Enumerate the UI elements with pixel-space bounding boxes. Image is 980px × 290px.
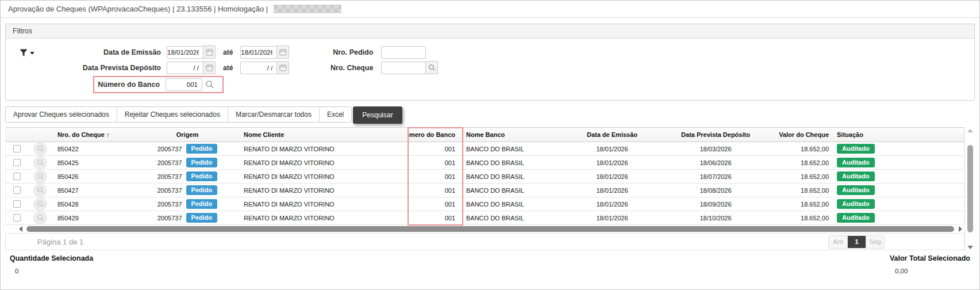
excel-button[interactable]: Excel [319, 107, 351, 122]
cell-numero-banco: 001 [408, 211, 463, 224]
prev-page-button[interactable]: Ant [829, 236, 847, 248]
cell-nro-cheque: 850425 [53, 156, 138, 169]
row-checkbox[interactable] [13, 159, 21, 166]
data-emissao-from-input[interactable] [167, 46, 203, 59]
nro-cheque-input[interactable] [381, 62, 426, 74]
row-checkbox[interactable] [13, 145, 21, 152]
scroll-left-arrow[interactable] [19, 226, 22, 232]
header-data-emissao[interactable]: Data de Emissão [552, 128, 672, 142]
nro-pedido-input[interactable] [381, 46, 426, 59]
table-body: 850422 2005737 Pedido RENATO DI MARZO VI… [6, 142, 964, 225]
cell-data-prevista: 18/06/2026 [672, 156, 759, 169]
quantidade-selecionada-label: Quantidade Selecionada [10, 254, 93, 262]
cell-nome-banco: BANCO DO BRASIL [463, 211, 552, 224]
cell-numero-banco: 001 [408, 142, 463, 155]
valor-total-value: 0,00 [895, 268, 970, 274]
cell-numero-banco: 001 [408, 197, 463, 211]
nro-cheque-search-button[interactable] [425, 61, 438, 74]
vertical-scrollbar [964, 127, 975, 250]
row-checkbox[interactable] [13, 186, 21, 194]
search-icon [37, 173, 44, 180]
next-page-button[interactable]: Seg [866, 236, 884, 248]
aprovar-cheques-button[interactable]: Aprovar Cheques selecionados [6, 107, 117, 122]
search-icon [37, 200, 44, 208]
cell-nome-banco: BANCO DO BRASIL [463, 170, 552, 183]
page-1-button[interactable]: 1 [847, 236, 866, 248]
page-indicator: Página 1 de 1 [37, 238, 83, 246]
cell-data-emissao: 18/01/2026 [552, 156, 672, 169]
pedido-badge: Pedido [186, 213, 218, 223]
cell-data-emissao: 18/01/2026 [552, 211, 672, 224]
row-checkbox[interactable] [13, 200, 21, 208]
cell-nome-banco: BANCO DO BRASIL [463, 156, 552, 169]
cell-nome-cliente: RENATO DI MARZO VITORINO [237, 142, 408, 155]
filter-funnel-icon[interactable] [20, 49, 40, 57]
auditado-badge: Auditado [837, 199, 875, 209]
horizontal-scrollbar-thumb[interactable] [26, 226, 954, 232]
header-nro-cheque[interactable]: Nro. do Cheque↑ [53, 128, 138, 142]
header-nome-banco[interactable]: Nome Banco [463, 128, 552, 142]
header-data-prevista[interactable]: Data Prevista Depósito [672, 128, 759, 142]
header-nome-cliente[interactable]: Nome Cliente [237, 128, 408, 142]
cell-nome-banco: BANCO DO BRASIL [463, 197, 552, 211]
numero-banco-input[interactable] [166, 78, 202, 91]
cell-nome-banco: BANCO DO BRASIL [463, 184, 552, 197]
redacted-text [274, 5, 341, 13]
cell-valor-cheque: 18.652,00 [759, 142, 833, 155]
scroll-right-arrow[interactable] [959, 226, 962, 232]
row-magnifier-button[interactable] [33, 142, 47, 155]
row-magnifier-button[interactable] [33, 184, 47, 197]
data-emissao-to-calendar-button[interactable] [276, 45, 289, 59]
numero-banco-search-button[interactable] [205, 80, 214, 89]
cell-data-emissao: 18/01/2026 [552, 170, 672, 183]
scroll-up-arrow[interactable] [967, 129, 973, 132]
data-emissao-label: Data de Emissão [40, 48, 161, 56]
calendar-icon [279, 48, 287, 56]
row-magnifier-button[interactable] [33, 156, 47, 169]
table-row: 850429 2005737 Pedido RENATO DI MARZO VI… [6, 211, 964, 225]
data-prevista-from-calendar-button[interactable] [203, 61, 216, 74]
search-icon [37, 145, 44, 152]
row-checkbox[interactable] [13, 173, 21, 180]
pesquisar-button[interactable]: Pesquisar [353, 106, 402, 124]
auditado-badge: Auditado [837, 144, 875, 154]
cell-valor-cheque: 18.652,00 [759, 156, 833, 169]
cell-nro-cheque: 850426 [53, 170, 138, 183]
row-checkbox[interactable] [13, 214, 21, 222]
filters-body: Data de Emissão até Nro. Pedido [6, 39, 974, 100]
cell-nro-cheque: 850429 [53, 211, 138, 224]
cell-origem: 2005737 [157, 187, 182, 194]
row-magnifier-button[interactable] [33, 211, 47, 224]
filters-panel: Filtros Data de Emissão até [5, 24, 975, 101]
header-numero-banco[interactable]: Número do Banco [408, 128, 463, 142]
data-emissao-from-calendar-button[interactable] [203, 45, 216, 59]
header-origem[interactable]: Origem [138, 128, 237, 142]
table-row: 850425 2005737 Pedido RENATO DI MARZO VI… [6, 156, 964, 170]
marcar-desmarcar-button[interactable]: Marcar/Desmarcar todos [228, 107, 319, 122]
header-valor-cheque[interactable]: Valor do Cheque [759, 128, 833, 142]
nro-pedido-label: Nro. Pedido [301, 48, 373, 56]
rejeitar-cheques-button[interactable]: Rejeitar Cheques selecionados [117, 107, 228, 122]
header-situacao[interactable]: Situação [833, 128, 885, 142]
data-prevista-from-input[interactable] [167, 62, 203, 74]
ate-label: até [223, 64, 233, 72]
row-magnifier-button[interactable] [33, 170, 47, 183]
cell-data-emissao: 18/01/2026 [552, 142, 672, 155]
cell-numero-banco: 001 [408, 170, 463, 183]
cell-nome-cliente: RENATO DI MARZO VITORINO [237, 197, 408, 211]
scroll-down-arrow[interactable] [967, 246, 973, 249]
quantidade-selecionada-value: 0 [15, 268, 93, 274]
data-prevista-to-input[interactable] [240, 62, 277, 74]
chevron-down-icon [30, 52, 34, 55]
data-emissao-to-input[interactable] [240, 46, 277, 59]
data-prevista-to-calendar-button[interactable] [276, 61, 289, 74]
cell-nome-cliente: RENATO DI MARZO VITORINO [237, 211, 408, 224]
sort-asc-icon: ↑ [106, 131, 110, 138]
pedido-badge: Pedido [186, 199, 218, 209]
vertical-scrollbar-thumb[interactable] [967, 145, 973, 232]
cell-nome-cliente: RENATO DI MARZO VITORINO [237, 170, 408, 183]
cell-data-emissao: 18/01/2026 [552, 184, 672, 197]
row-magnifier-button[interactable] [33, 197, 47, 211]
table-row: 850422 2005737 Pedido RENATO DI MARZO VI… [6, 142, 964, 156]
cell-data-prevista: 18/09/2026 [672, 197, 759, 211]
